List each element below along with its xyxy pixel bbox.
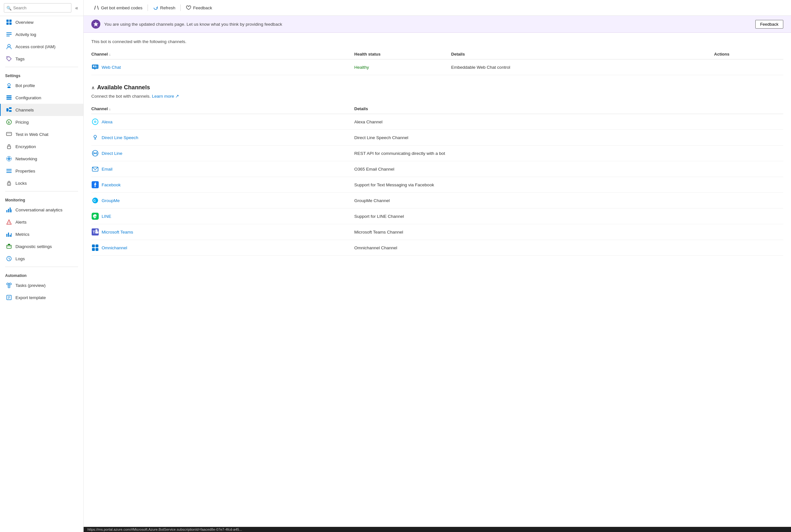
sidebar-item-configuration[interactable]: Configuration: [0, 92, 83, 104]
bot-profile-icon: [6, 82, 12, 89]
toolbar-divider-2: [180, 4, 181, 11]
refresh-button-label: Refresh: [160, 5, 175, 10]
sidebar-item-activity-log[interactable]: Activity log: [0, 28, 83, 40]
sidebar-item-alerts[interactable]: ! Alerts: [0, 216, 83, 228]
external-link-icon: ↗: [175, 94, 179, 99]
sidebar-item-locks[interactable]: Locks: [0, 177, 83, 189]
table-row: G GroupMe GroupMe Channel: [91, 193, 783, 209]
properties-icon: [6, 168, 12, 174]
avail-channel-cell: Direct Line Speech: [91, 130, 354, 146]
channel-name: Facebook: [102, 183, 121, 187]
sidebar-item-export-template[interactable]: Export template: [0, 291, 83, 304]
table-row: Web Chat Healthy Embeddable Web Chat con…: [91, 59, 783, 75]
sidebar-item-bot-profile[interactable]: Bot profile: [0, 79, 83, 92]
toolbar: Get bot embed codes Refresh Feedback: [84, 0, 791, 16]
monitoring-section-label: Monitoring: [0, 193, 83, 204]
svg-rect-84: [95, 245, 98, 247]
svg-point-81: [95, 229, 98, 232]
refresh-icon: [153, 5, 158, 10]
sidebar-item-label: Conversational analytics: [15, 208, 62, 212]
collapse-button[interactable]: «: [74, 4, 79, 12]
sidebar-item-diagnostic[interactable]: Diagnostic settings: [0, 240, 83, 252]
sparkle-icon: [93, 21, 98, 27]
sidebar-item-test-web-chat[interactable]: Test in Web Chat: [0, 128, 83, 140]
sidebar-item-tasks[interactable]: Tasks (preview): [0, 279, 83, 291]
col-header-health: Health status: [354, 49, 451, 59]
avail-col-channel: Channel ↓: [91, 104, 354, 114]
svg-rect-41: [8, 233, 9, 237]
svg-rect-83: [92, 245, 95, 247]
sidebar-item-label: Alerts: [15, 220, 27, 225]
feedback-banner-button[interactable]: Feedback: [755, 20, 783, 28]
avail-channel-cell: Alexa: [91, 114, 354, 130]
activity-log-icon: [6, 31, 12, 38]
channel-name: Alexa: [102, 119, 113, 124]
metrics-icon: [6, 231, 12, 238]
omnichannel-link[interactable]: Omnichannel: [91, 244, 352, 251]
svg-rect-64: [95, 66, 96, 66]
details-cell: Embeddable Web Chat control: [451, 59, 714, 75]
sidebar-item-label: Diagnostic settings: [15, 244, 52, 249]
sidebar-item-networking[interactable]: Networking: [0, 153, 83, 165]
facebook-link[interactable]: Facebook: [91, 181, 352, 189]
omnichannel-icon: [91, 244, 99, 251]
direct-line-speech-link[interactable]: Direct Line Speech: [91, 134, 352, 141]
web-chat-link[interactable]: Web Chat: [91, 63, 352, 71]
svg-rect-5: [6, 34, 12, 35]
automation-divider: [5, 267, 78, 267]
groupme-link[interactable]: G GroupMe: [91, 196, 352, 204]
alexa-link[interactable]: Alexa: [91, 118, 352, 126]
sidebar-item-channels[interactable]: Channels: [0, 104, 83, 116]
banner-text: You are using the updated channels page.…: [104, 22, 752, 27]
avail-channel-cell: Direct Line: [91, 146, 354, 161]
direct-line-link[interactable]: Direct Line: [91, 149, 352, 157]
chevron-up-icon[interactable]: ∧: [91, 85, 94, 90]
channel-name: Direct Line: [102, 151, 123, 156]
logs-icon: [6, 255, 12, 262]
monitoring-divider: [5, 191, 78, 191]
sidebar-item-label: Activity log: [15, 32, 36, 37]
svg-rect-34: [6, 210, 7, 212]
sidebar-item-properties[interactable]: Properties: [0, 165, 83, 177]
svg-text:LINE: LINE: [94, 215, 98, 217]
avail-sort-icon: ↓: [109, 107, 111, 111]
sidebar-item-encryption[interactable]: Encryption: [0, 140, 83, 153]
sidebar-item-conv-analytics[interactable]: Conversational analytics: [0, 204, 83, 216]
svg-rect-43: [11, 233, 12, 237]
sidebar-navigation: Overview Activity log Access control (IA…: [0, 16, 83, 532]
web-chat-icon: [91, 63, 99, 71]
svg-point-9: [8, 83, 10, 86]
search-input[interactable]: [4, 3, 71, 13]
svg-point-52: [8, 286, 10, 288]
export-template-icon: [6, 294, 12, 301]
svg-rect-35: [8, 209, 9, 212]
ms-teams-link[interactable]: T Microsoft Teams: [91, 228, 352, 236]
sidebar-item-logs[interactable]: Logs: [0, 252, 83, 265]
sidebar-item-tags[interactable]: Tags: [0, 53, 83, 65]
sidebar-item-access-control[interactable]: Access control (IAM): [0, 40, 83, 53]
sidebar-item-pricing[interactable]: $ Pricing: [0, 116, 83, 128]
sidebar-item-label: Locks: [15, 181, 27, 186]
svg-rect-16: [9, 110, 12, 112]
health-status: Healthy: [354, 65, 369, 70]
line-link[interactable]: LINE LINE: [91, 212, 352, 220]
search-icon: 🔍: [6, 5, 12, 10]
overview-icon: [6, 19, 12, 25]
sidebar-item-metrics[interactable]: Metrics: [0, 228, 83, 240]
sidebar-item-overview[interactable]: Overview: [0, 16, 83, 28]
table-row: LINE LINE Support for LINE Channel: [91, 209, 783, 224]
svg-rect-24: [7, 146, 11, 149]
channel-name: Omnichannel: [102, 245, 127, 250]
refresh-button[interactable]: Refresh: [149, 3, 179, 12]
svg-rect-14: [6, 108, 8, 112]
line-icon: LINE: [91, 212, 99, 220]
avail-details-cell: REST API for communicating directly with…: [354, 146, 783, 161]
email-link[interactable]: Email: [91, 165, 352, 173]
get-embed-codes-button[interactable]: Get bot embed codes: [90, 3, 146, 12]
svg-rect-21: [7, 133, 8, 134]
pricing-icon: $: [6, 119, 12, 125]
svg-rect-12: [6, 97, 12, 98]
learn-more-link[interactable]: Learn more ↗: [152, 94, 179, 99]
feedback-toolbar-button[interactable]: Feedback: [182, 3, 216, 12]
avail-channel-cell: LINE LINE: [91, 209, 354, 224]
